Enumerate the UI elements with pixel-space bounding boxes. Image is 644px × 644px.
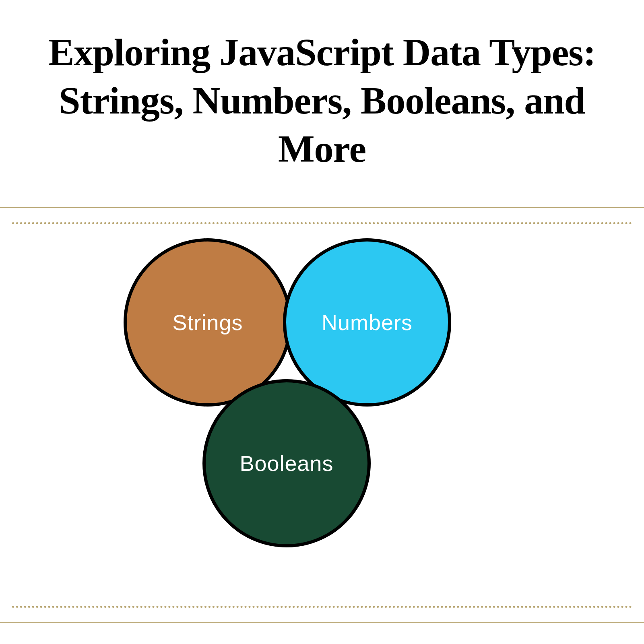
circle-numbers: Numbers [283,238,451,407]
divider-line-bottom-dotted [12,606,632,608]
divider-line-bottom-solid [0,622,644,623]
circle-booleans-label: Booleans [239,451,333,476]
circle-booleans: Booleans [202,379,371,547]
circle-numbers-label: Numbers [322,310,413,335]
circle-strings-label: Strings [172,310,243,335]
venn-diagram: Strings Numbers Booleans [0,233,644,596]
divider-line-top-dotted [12,222,632,224]
page-title: Exploring JavaScript Data Types: Strings… [0,0,644,193]
divider-line-top-solid [0,207,644,208]
